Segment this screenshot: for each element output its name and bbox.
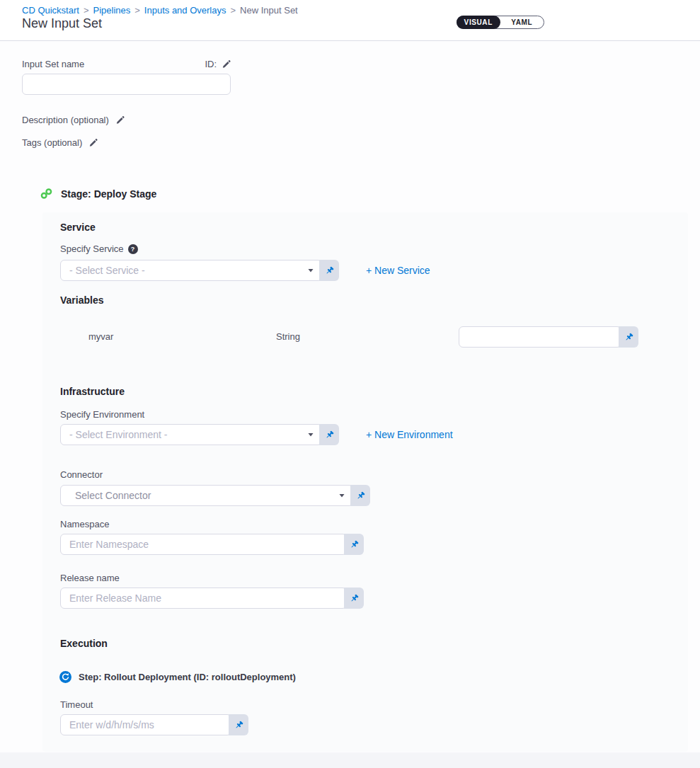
connector-select-placeholder: Select Connector — [75, 490, 151, 501]
namespace-field[interactable] — [60, 534, 347, 555]
stage-card: Service Specify Service ? - Select Servi… — [42, 212, 688, 752]
environment-select-placeholder: - Select Environment - — [69, 429, 168, 440]
execution-heading: Execution — [60, 638, 108, 649]
release-name-label: Release name — [60, 573, 120, 583]
variables-heading: Variables — [60, 294, 104, 306]
timeout-field[interactable] — [60, 714, 231, 735]
variable-value-row — [459, 326, 638, 348]
breadcrumb-separator: > — [134, 5, 140, 16]
namespace-row — [60, 534, 364, 555]
variable-name: myvar — [88, 331, 113, 342]
environment-select[interactable]: - Select Environment - — [60, 424, 322, 445]
release-runtime-pin-button[interactable] — [344, 588, 364, 609]
input-set-name-label: Input Set name — [22, 59, 84, 69]
edit-id-pencil-icon[interactable] — [222, 59, 231, 69]
tags-row: Tags (optional) — [22, 137, 98, 148]
connector-runtime-pin-button[interactable] — [350, 485, 370, 506]
breadcrumb-separator: > — [84, 5, 89, 16]
environment-select-row: - Select Environment - + New Environment — [60, 424, 453, 445]
service-runtime-pin-button[interactable] — [319, 260, 339, 281]
edit-description-pencil-icon[interactable] — [115, 115, 125, 125]
description-label: Description (optional) — [22, 115, 109, 125]
chevron-down-icon — [307, 267, 314, 274]
service-select-row: - Select Service - + New Service — [60, 260, 430, 281]
service-select-placeholder: - Select Service - — [69, 265, 145, 276]
specify-service-label: Specify Service — [60, 243, 124, 254]
timeout-runtime-pin-button[interactable] — [229, 714, 248, 735]
breadcrumb-link-pipelines[interactable]: Pipelines — [93, 5, 131, 16]
specify-service-label-row: Specify Service ? — [60, 243, 138, 254]
variable-value-field[interactable] — [459, 326, 621, 348]
service-heading: Service — [60, 222, 96, 233]
connector-select-row: Select Connector — [60, 485, 370, 506]
breadcrumb: CD Quickstart > Pipelines > Inputs and O… — [22, 5, 298, 16]
release-name-field[interactable] — [60, 588, 347, 609]
page-bottom-band — [0, 752, 700, 768]
rollout-step-icon — [59, 671, 71, 683]
page-title: New Input Set — [22, 16, 102, 31]
release-name-row — [60, 588, 364, 609]
timeout-row — [60, 714, 248, 735]
breadcrumb-link-cd-quickstart[interactable]: CD Quickstart — [22, 5, 79, 16]
connector-label: Connector — [60, 469, 103, 480]
name-label-row: Input Set name ID: — [22, 59, 231, 69]
breadcrumb-separator: > — [230, 5, 236, 16]
stage-link-icon — [40, 188, 52, 200]
namespace-runtime-pin-button[interactable] — [344, 534, 364, 555]
id-group: ID: — [205, 59, 231, 69]
new-service-link[interactable]: + New Service — [366, 265, 430, 276]
specify-environment-label: Specify Environment — [60, 409, 144, 420]
breadcrumb-link-inputs-overlays[interactable]: Inputs and Overlays — [144, 5, 226, 16]
step-title: Step: Rollout Deployment (ID: rolloutDep… — [79, 672, 296, 682]
input-set-name-field[interactable] — [22, 74, 231, 95]
page-header: CD Quickstart > Pipelines > Inputs and O… — [0, 0, 700, 41]
description-row: Description (optional) — [22, 115, 125, 125]
variable-runtime-pin-button[interactable] — [619, 326, 638, 348]
environment-runtime-pin-button[interactable] — [319, 424, 339, 445]
stage-title: Stage: Deploy Stage — [61, 188, 156, 200]
new-input-set-page: CD Quickstart > Pipelines > Inputs and O… — [0, 0, 700, 768]
chevron-down-icon — [338, 492, 345, 499]
new-environment-link[interactable]: + New Environment — [366, 429, 453, 440]
edit-tags-pencil-icon[interactable] — [88, 138, 98, 147]
chevron-down-icon — [307, 431, 314, 438]
help-icon[interactable]: ? — [128, 244, 138, 254]
step-header: Step: Rollout Deployment (ID: rolloutDep… — [59, 671, 296, 683]
visual-tab[interactable]: VISUAL — [457, 16, 500, 29]
id-label: ID: — [205, 59, 217, 69]
variable-type: String — [276, 331, 300, 342]
connector-select[interactable]: Select Connector — [60, 485, 353, 506]
namespace-label: Namespace — [60, 519, 109, 529]
timeout-label: Timeout — [60, 699, 93, 710]
yaml-tab[interactable]: YAML — [500, 16, 544, 28]
stage-header: Stage: Deploy Stage — [40, 188, 156, 200]
breadcrumb-current: New Input Set — [240, 5, 298, 16]
tags-label: Tags (optional) — [22, 137, 82, 148]
visual-yaml-toggle: VISUAL YAML — [457, 16, 544, 29]
service-select[interactable]: - Select Service - — [60, 260, 322, 281]
infrastructure-heading: Infrastructure — [60, 386, 125, 397]
